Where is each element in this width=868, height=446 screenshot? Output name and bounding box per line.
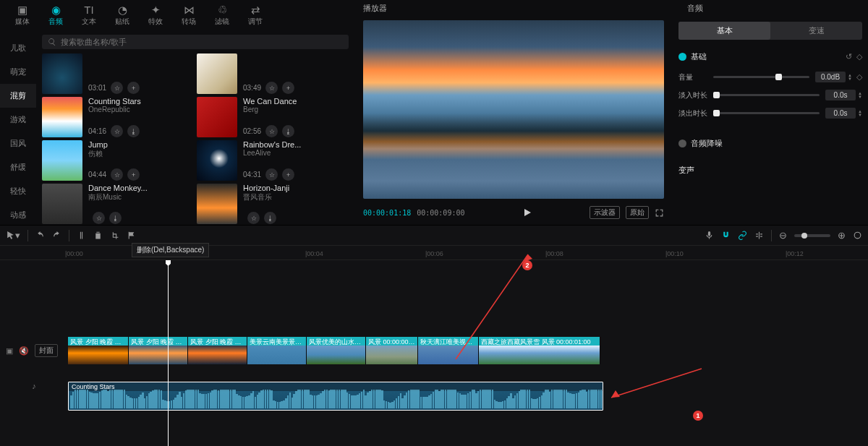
search-input[interactable] [42,35,349,49]
mic-icon[interactable] [705,231,714,240]
track-card[interactable]: Jump伤赖04:44☆+ [42,140,194,181]
tool-tab-1[interactable]: ◉音频 [39,1,72,29]
delete-button[interactable] [93,231,103,240]
cover-button[interactable]: 封面 [35,344,58,357]
undo-button[interactable] [35,231,45,240]
side-cat-混剪[interactable]: 混剪 [0,84,36,108]
playhead[interactable] [168,260,169,446]
add-button[interactable]: + [282,168,294,181]
basic-toggle[interactable] [678,53,686,61]
video-clip[interactable]: 秋天漓江唯美视频素材 [418,337,479,364]
fadein-spinner[interactable]: ▲▼ [858,92,862,99]
favorite-button[interactable]: ☆ [247,212,260,224]
audio-track-icon[interactable]: ♪ [32,382,36,390]
redo-button[interactable] [52,231,61,240]
fadeout-spinner[interactable]: ▲▼ [858,110,862,117]
video-track[interactable]: 风景 夕阳 晚霞 天空 云风景 夕阳 晚霞 天空 云风景 夕阳 晚霞 天空 云美… [68,337,600,364]
oscilloscope-button[interactable]: 示波器 [590,206,620,219]
crop-button[interactable] [110,231,119,240]
cursor-tool[interactable]: ▾ [6,230,20,241]
add-button[interactable]: ⭳ [127,125,140,137]
favorite-button[interactable]: ☆ [265,168,278,181]
side-cat-国风[interactable]: 国风 [0,132,36,155]
tab-label: 媒体 [15,17,30,27]
play-button[interactable] [523,208,532,217]
video-clip[interactable]: 美景云南美景景色山水 [247,337,307,364]
original-ratio-button[interactable]: 原始 [626,206,649,219]
mute-track-icon[interactable]: 🔇 [19,346,29,356]
fullscreen-icon[interactable] [655,208,664,218]
video-clip[interactable]: 西藏之旅西藏风景雪 风景 00:00:01:00 [479,337,600,364]
track-card[interactable]: We Can DanceBerg02:56☆⭳ [197,97,349,137]
track-thumbnail [42,97,82,137]
tool-tab-2[interactable]: TI文本 [72,1,106,29]
add-button[interactable]: ⭳ [264,212,276,224]
side-cat-舒缓[interactable]: 舒缓 [0,155,36,179]
favorite-button[interactable]: ☆ [111,168,123,181]
volume-keyframe-icon[interactable]: ◇ [856,72,862,82]
favorite-button[interactable]: ☆ [111,82,123,94]
tool-tab-4[interactable]: ✦特效 [139,1,172,29]
add-button[interactable]: ⭳ [109,212,122,224]
fadein-value[interactable]: 0.0s [825,90,856,100]
add-button[interactable]: + [127,168,140,181]
side-cat-儿歌[interactable]: 儿歌 [0,36,36,60]
clip-thumbnail [479,346,600,364]
zoom-out-icon[interactable]: ⊖ [779,230,787,241]
align-icon[interactable] [754,231,764,240]
side-cat-轻快[interactable]: 轻快 [0,179,36,203]
volume-row: 音量 0.0dB ▲▼ ◇ [678,68,862,86]
fadeout-value[interactable]: 0.0s [825,108,856,119]
tool-tab-3[interactable]: ◔贴纸 [106,1,139,29]
magnet-icon[interactable] [721,231,731,240]
timeline-ruler[interactable]: |00:00|00:02|00:04|00:06|00:08|00:10|00:… [0,246,868,260]
track-card[interactable]: Dance Monkey...南辰Music☆⭳ [42,184,194,224]
track-thumbnail [42,184,82,224]
inspector-tab-1[interactable]: 变速 [770,22,862,40]
zoom-fit-icon[interactable] [853,231,862,240]
zoom-in-icon[interactable]: ⊕ [838,230,846,241]
track-card[interactable]: Horizon-Janji晋风音乐☆⭳ [197,184,349,224]
side-cat-动感[interactable]: 动感 [0,203,36,225]
add-button[interactable]: + [282,82,294,94]
track-card[interactable]: 03:01☆+ [42,53,194,94]
split-button[interactable] [77,231,86,240]
volume-value[interactable]: 0.0dB [815,72,846,82]
search-field[interactable] [61,38,343,46]
flag-button[interactable] [127,231,136,240]
video-clip[interactable]: 风景 00:00:00:13 [366,337,418,364]
reset-icon[interactable]: ↺ [846,52,852,61]
favorite-button[interactable]: ☆ [265,82,278,94]
tool-tab-5[interactable]: ⋈转场 [172,1,205,29]
side-cat-游戏[interactable]: 游戏 [0,108,36,132]
video-clip[interactable]: 风景 夕阳 晚霞 天空 云 [188,337,247,364]
track-card[interactable]: Rainbow's Dre...LeeAlive04:31☆+ [197,140,349,181]
link-icon[interactable] [738,231,747,240]
preview-video[interactable] [363,20,664,199]
track-card[interactable]: Counting StarsOneRepublic04:16☆⭳ [42,97,194,137]
video-clip[interactable]: 风景优美的山水自然景 [307,337,366,364]
volume-slider[interactable] [713,76,809,78]
keyframe-icon[interactable]: ◇ [856,52,862,61]
favorite-button[interactable]: ☆ [111,125,123,137]
add-button[interactable]: + [127,82,140,94]
tool-tab-0[interactable]: ▣媒体 [6,1,39,29]
tool-tab-6[interactable]: ♲滤镜 [205,1,239,29]
fadein-slider[interactable] [713,94,820,96]
inspector-tab-0[interactable]: 基本 [678,22,770,40]
side-cat-萌宠[interactable]: 萌宠 [0,60,36,84]
fadeout-slider[interactable] [713,112,820,114]
favorite-button[interactable]: ☆ [265,125,278,137]
noise-toggle[interactable] [678,140,686,147]
video-clip[interactable]: 风景 夕阳 晚霞 天空 云 [68,337,129,364]
add-button[interactable]: ⭳ [282,125,294,137]
volume-spinner[interactable]: ▲▼ [848,74,852,81]
zoom-slider[interactable] [794,234,830,237]
track-card[interactable]: 03:49☆+ [197,53,349,94]
favorite-button[interactable]: ☆ [93,212,105,224]
track-duration: 03:49 [243,84,261,92]
lock-track-icon[interactable]: ▣ [6,346,13,356]
tool-tab-7[interactable]: ⇄调节 [239,1,272,29]
video-clip[interactable]: 风景 夕阳 晚霞 天空 云 [129,337,188,364]
audio-track-clip[interactable]: Counting Stars [68,382,603,411]
